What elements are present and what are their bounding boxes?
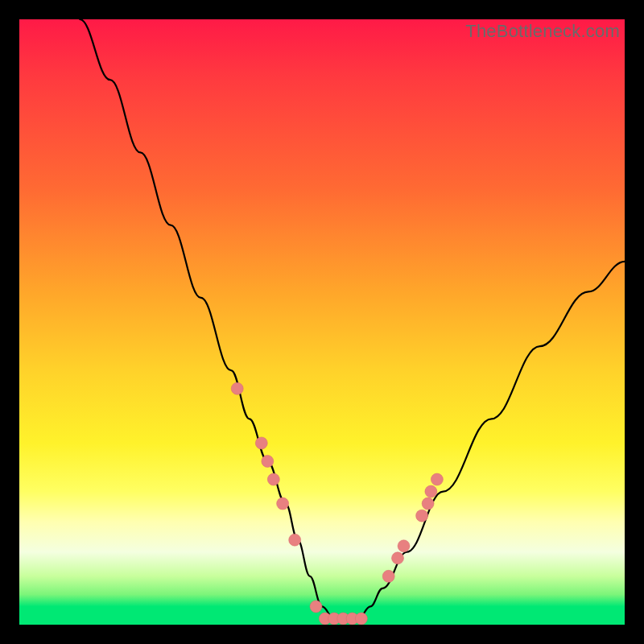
curve-marker — [355, 613, 367, 625]
plot-area: TheBottleneck.com — [19, 19, 625, 625]
curve-marker — [255, 437, 267, 449]
curve-marker — [262, 455, 274, 467]
watermark-text: TheBottleneck.com — [465, 21, 620, 42]
curve-layer — [19, 19, 625, 625]
chart-frame: TheBottleneck.com — [0, 0, 644, 644]
curve-marker — [277, 497, 289, 510]
curve-marker — [231, 382, 243, 394]
curve-marker — [267, 473, 279, 485]
curve-marker — [289, 534, 301, 546]
curve-marker — [431, 473, 443, 485]
curve-marker — [382, 570, 394, 582]
curve-marker — [416, 510, 428, 522]
curve-markers — [231, 382, 443, 625]
curve-marker — [422, 497, 434, 510]
curve-marker — [310, 601, 322, 613]
curve-marker — [398, 540, 410, 552]
curve-marker — [425, 485, 437, 497]
curve-marker — [392, 552, 404, 564]
bottleneck-curve — [80, 19, 625, 618]
